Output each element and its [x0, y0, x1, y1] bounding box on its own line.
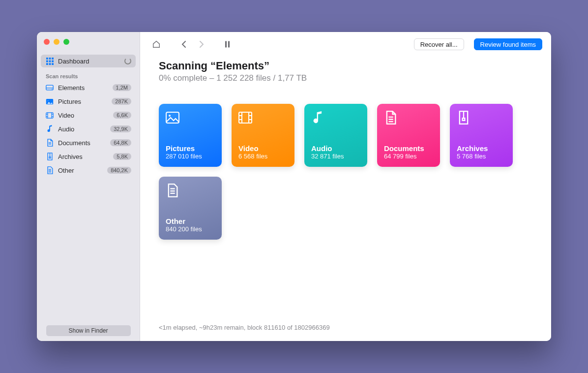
sidebar-item-label: Archives [58, 153, 113, 160]
window-controls [37, 32, 140, 55]
minimize-window-button[interactable] [54, 39, 59, 45]
sidebar-footer: Show in Finder [37, 320, 140, 341]
category-tiles: Pictures 287 010 files Video 6 568 files [159, 104, 532, 240]
sidebar-section-title: Scan results [37, 68, 140, 81]
svg-rect-32 [239, 112, 252, 123]
main-area: Recover all... Review found items Scanni… [140, 32, 551, 341]
tile-subtitle: 32 871 files [311, 153, 360, 160]
home-button[interactable] [149, 38, 164, 51]
sidebar-item-documents[interactable]: Documents 64,8K [41, 136, 136, 149]
sidebar-item-video[interactable]: Video 6,6K [41, 109, 136, 122]
music-icon [45, 124, 54, 133]
spinner-icon [124, 58, 131, 64]
close-window-button[interactable] [44, 39, 50, 45]
svg-rect-28 [225, 41, 226, 48]
svg-rect-5 [52, 60, 54, 62]
app-window: Dashboard Scan results Elements 1,2M Pic… [37, 32, 551, 341]
count-badge: 1,2M [113, 84, 131, 91]
document-icon [384, 111, 398, 124]
svg-rect-30 [166, 112, 179, 123]
archive-icon [45, 152, 54, 161]
tile-subtitle: 64 799 files [384, 153, 433, 160]
image-icon [166, 111, 179, 124]
tile-pictures[interactable]: Pictures 287 010 files [159, 104, 222, 167]
tile-archives[interactable]: Archives 5 768 files [450, 104, 513, 167]
svg-rect-24 [49, 157, 51, 158]
archive-icon [457, 111, 470, 124]
page-subtitle: 0% complete – 1 252 228 files / 1,77 TB [159, 73, 532, 83]
svg-rect-2 [52, 58, 54, 60]
svg-point-11 [52, 89, 52, 90]
sidebar-item-elements[interactable]: Elements 1,2M [41, 81, 136, 94]
film-icon [45, 111, 54, 120]
content-area: Scanning “Elements” 0% complete – 1 252 … [140, 57, 551, 341]
tile-other[interactable]: Other 840 200 files [159, 177, 222, 240]
tile-documents[interactable]: Documents 64 799 files [377, 104, 440, 167]
film-icon [238, 111, 252, 124]
sidebar-item-label: Audio [58, 125, 110, 133]
tile-title: Documents [384, 144, 433, 153]
forward-button [194, 38, 209, 51]
svg-rect-4 [49, 60, 51, 62]
count-badge: 64,8K [110, 139, 131, 146]
image-icon [45, 97, 54, 106]
recover-all-button[interactable]: Recover all... [414, 38, 464, 50]
file-icon [45, 166, 54, 175]
zoom-window-button[interactable] [63, 39, 69, 45]
svg-rect-3 [46, 60, 48, 62]
page-title: Scanning “Elements” [159, 60, 532, 72]
pause-button[interactable] [220, 38, 235, 51]
show-in-finder-button[interactable]: Show in Finder [46, 325, 131, 336]
sidebar-item-label: Elements [58, 84, 113, 92]
sidebar: Dashboard Scan results Elements 1,2M Pic… [37, 32, 140, 341]
sidebar-item-label: Pictures [58, 98, 112, 105]
status-text: <1m elapsed, ~9h23m remain, block 811610… [159, 324, 532, 336]
svg-rect-8 [52, 63, 54, 65]
sidebar-item-label: Documents [58, 139, 110, 147]
svg-rect-1 [49, 58, 51, 60]
tile-title: Other [166, 217, 215, 225]
sidebar-item-audio[interactable]: Audio 32,9K [41, 123, 136, 135]
grid-icon [45, 57, 54, 65]
count-badge: 32,9K [110, 125, 131, 132]
svg-rect-14 [46, 112, 53, 118]
drive-icon [45, 83, 54, 92]
sidebar-item-dashboard[interactable]: Dashboard [41, 55, 136, 67]
sidebar-item-other[interactable]: Other 840,2K [41, 164, 136, 177]
tile-subtitle: 6 568 files [238, 153, 288, 160]
tile-subtitle: 5 768 files [457, 153, 506, 160]
count-badge: 6,6K [113, 112, 131, 119]
svg-rect-7 [49, 63, 51, 65]
sidebar-item-pictures[interactable]: Pictures 287K [41, 95, 136, 108]
tile-title: Archives [457, 144, 506, 153]
svg-point-31 [169, 115, 171, 117]
tile-video[interactable]: Video 6 568 files [232, 104, 294, 167]
review-found-items-button[interactable]: Review found items [474, 38, 542, 50]
sidebar-item-label: Other [58, 167, 107, 174]
svg-rect-0 [46, 58, 48, 60]
svg-rect-6 [46, 63, 48, 65]
count-badge: 5,8K [113, 153, 131, 160]
count-badge: 287K [112, 98, 131, 105]
tile-title: Audio [311, 144, 360, 153]
sidebar-item-label: Dashboard [58, 58, 124, 65]
sidebar-item-archives[interactable]: Archives 5,8K [41, 150, 136, 163]
toolbar: Recover all... Review found items [140, 32, 551, 57]
sidebar-item-label: Video [58, 112, 113, 119]
back-button[interactable] [176, 38, 191, 51]
file-icon [166, 184, 179, 197]
svg-rect-43 [463, 118, 465, 121]
tile-subtitle: 840 200 files [166, 225, 215, 233]
tile-audio[interactable]: Audio 32 871 files [304, 104, 367, 167]
tile-title: Pictures [166, 144, 215, 153]
document-icon [45, 138, 54, 147]
svg-rect-29 [228, 41, 229, 48]
tile-title: Video [238, 144, 288, 153]
tile-subtitle: 287 010 files [166, 153, 215, 160]
count-badge: 840,2K [107, 167, 131, 174]
svg-point-13 [48, 100, 49, 101]
music-icon [311, 111, 325, 124]
